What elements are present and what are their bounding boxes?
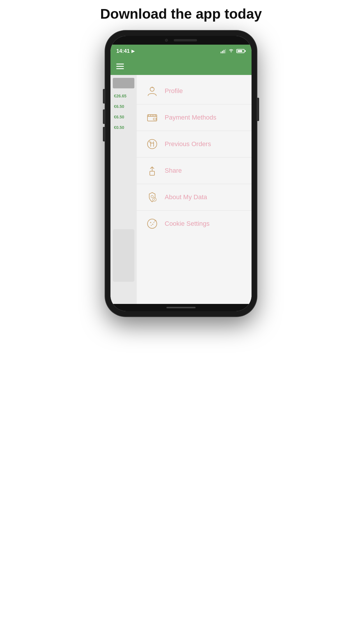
- previous-orders-label: Previous Orders: [165, 140, 211, 148]
- price-2: €6.50: [113, 102, 134, 111]
- wallet-icon: [145, 111, 159, 124]
- share-icon: [145, 164, 159, 177]
- speaker: [174, 39, 197, 41]
- hamburger-menu-button[interactable]: [116, 64, 124, 69]
- phone-device: 14:41 ▶: [105, 31, 257, 316]
- gray-bar: [113, 78, 134, 88]
- menu-item-payment[interactable]: Payment Methods: [137, 104, 252, 131]
- app-header: [110, 57, 252, 75]
- status-bar: 14:41 ▶: [110, 45, 252, 57]
- status-time: 14:41 ▶: [116, 48, 135, 54]
- drawer-menu: Profile: [137, 75, 252, 304]
- cookie-settings-label: Cookie Settings: [165, 220, 210, 228]
- profile-label: Profile: [165, 87, 183, 95]
- payment-methods-label: Payment Methods: [165, 114, 216, 121]
- data-icon: [145, 190, 159, 204]
- signal-bars: [221, 49, 226, 53]
- phone-bottom-bar: [110, 304, 252, 311]
- svg-point-23: [154, 222, 154, 223]
- svg-rect-9: [153, 118, 156, 120]
- camera-icon: [165, 39, 168, 42]
- price-3: €6.50: [113, 113, 134, 121]
- status-icons: [221, 48, 246, 54]
- time-display: 14:41: [116, 48, 130, 54]
- person-icon: [145, 84, 159, 98]
- price-4: €0.50: [113, 123, 134, 132]
- left-panel: €26.65 €6.50 €6.50 €0.50: [110, 75, 137, 304]
- home-indicator: [166, 307, 196, 308]
- about-data-label: About My Data: [165, 193, 207, 201]
- left-bottom-box2: [113, 284, 134, 301]
- svg-point-15: [151, 195, 153, 198]
- navigation-icon: ▶: [131, 49, 135, 53]
- svg-rect-13: [150, 171, 154, 175]
- svg-point-0: [231, 52, 232, 52]
- phone-top-bar: [110, 36, 252, 45]
- fork-knife-icon: [145, 137, 159, 151]
- menu-item-data[interactable]: About My Data: [137, 184, 252, 211]
- cookie-icon: [145, 217, 159, 230]
- page-headline: Download the app today: [94, 6, 268, 22]
- menu-item-orders[interactable]: Previous Orders: [137, 131, 252, 158]
- battery-icon: [236, 49, 246, 53]
- menu-item-share[interactable]: Share: [137, 158, 252, 184]
- share-label: Share: [165, 167, 182, 174]
- svg-point-24: [155, 220, 156, 220]
- svg-point-20: [150, 222, 151, 223]
- content-area: €26.65 €6.50 €6.50 €0.50: [110, 75, 252, 304]
- menu-items-list: Profile: [137, 75, 252, 240]
- menu-item-cookies[interactable]: Cookie Settings: [137, 211, 252, 237]
- menu-item-profile[interactable]: Profile: [137, 78, 252, 104]
- svg-point-10: [147, 139, 157, 149]
- phone-screen: 14:41 ▶: [110, 36, 252, 311]
- left-bottom-box: [113, 229, 134, 282]
- svg-point-22: [151, 225, 152, 226]
- price-1: €26.65: [113, 92, 134, 100]
- svg-point-21: [152, 224, 153, 225]
- wifi-icon: [228, 48, 234, 54]
- svg-point-18: [154, 198, 155, 199]
